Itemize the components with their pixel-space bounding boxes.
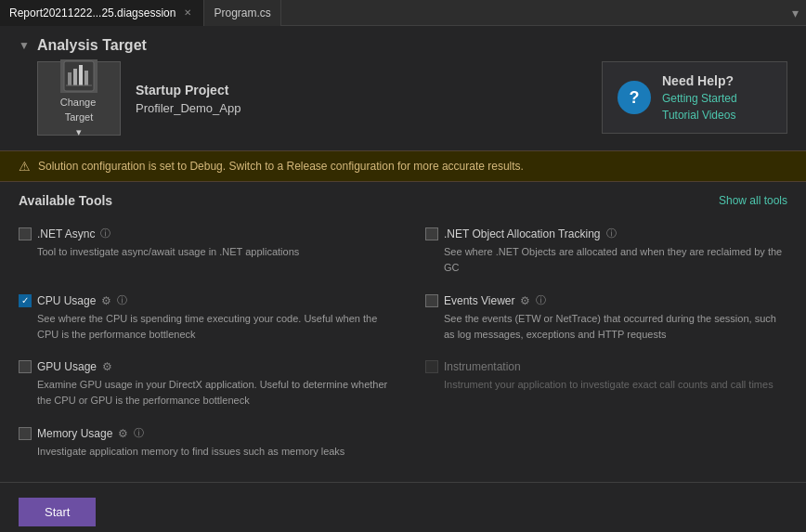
analysis-target-body: Change Target ▾ Startup Project Profiler… xyxy=(0,61,806,150)
show-all-tools-link[interactable]: Show all tools xyxy=(719,194,787,207)
svg-rect-1 xyxy=(68,72,72,85)
change-target-sublabel: Target xyxy=(65,111,94,123)
change-target-button[interactable]: Change Target ▾ xyxy=(37,61,121,136)
startup-project-box: Change Target ▾ Startup Project Profiler… xyxy=(37,61,583,136)
analysis-target-header: ▼ Analysis Target xyxy=(0,26,806,61)
tool-memory-usage-info-icon[interactable]: ⓘ xyxy=(134,426,144,440)
help-text: Need Help? Getting Started Tutorial Vide… xyxy=(662,73,737,122)
tool-dotnet-object-allocation: .NET Object Allocation Tracking ⓘ See wh… xyxy=(403,219,787,286)
tool-dotnet-object-allocation-checkbox[interactable] xyxy=(425,227,438,240)
tool-gpu-usage: GPU Usage ⚙ Examine GPU usage in your Di… xyxy=(19,353,403,419)
tools-grid: .NET Async ⓘ Tool to investigate async/a… xyxy=(19,219,787,471)
tool-dotnet-async-header: .NET Async ⓘ xyxy=(19,227,392,240)
getting-started-link[interactable]: Getting Started xyxy=(662,92,737,105)
tool-events-viewer-checkbox[interactable] xyxy=(425,294,438,307)
tool-events-viewer-header: Events Viewer ⚙ ⓘ xyxy=(425,293,787,307)
svg-rect-4 xyxy=(84,71,88,85)
tool-memory-usage-gear-icon[interactable]: ⚙ xyxy=(118,427,128,440)
tool-gpu-usage-name: GPU Usage xyxy=(37,360,97,373)
tool-events-viewer-gear-icon[interactable]: ⚙ xyxy=(520,294,530,307)
help-title: Need Help? xyxy=(662,73,737,88)
change-target-label: Change xyxy=(60,97,98,108)
start-button[interactable]: Start xyxy=(19,498,96,526)
tab-diagsession-label: Report20211222...25.diagsession xyxy=(9,6,176,19)
tool-dotnet-async-desc: Tool to investigate async/await usage in… xyxy=(19,244,392,260)
tool-instrumentation: Instrumentation Instrument your applicat… xyxy=(403,353,787,419)
tool-memory-usage-header: Memory Usage ⚙ ⓘ xyxy=(19,426,392,440)
start-area: Start xyxy=(0,482,806,533)
tool-dotnet-async-checkbox[interactable] xyxy=(19,227,32,240)
tool-dotnet-async: .NET Async ⓘ Tool to investigate async/a… xyxy=(19,219,403,286)
tool-events-viewer: Events Viewer ⚙ ⓘ See the events (ETW or… xyxy=(403,286,787,353)
tools-header: Available Tools Show all tools xyxy=(19,193,787,208)
change-target-dropdown-icon: ▾ xyxy=(76,126,82,138)
tab-bar: Report20211222...25.diagsession ✕ Progra… xyxy=(0,0,806,26)
startup-project-title: Startup Project xyxy=(136,83,240,97)
tool-dotnet-object-allocation-header: .NET Object Allocation Tracking ⓘ xyxy=(425,227,787,240)
tool-dotnet-object-allocation-name: .NET Object Allocation Tracking xyxy=(444,227,601,240)
tab-program-cs[interactable]: Program.cs xyxy=(204,0,280,26)
tool-events-viewer-name: Events Viewer xyxy=(444,294,514,307)
tab-diagsession[interactable]: Report20211222...25.diagsession ✕ xyxy=(0,0,204,26)
tab-chevron-icon[interactable]: ▾ xyxy=(788,4,802,22)
warning-icon: ⚠ xyxy=(19,159,31,174)
change-target-icon xyxy=(60,59,98,93)
tool-gpu-usage-checkbox[interactable] xyxy=(19,360,32,373)
tool-instrumentation-desc: Instrument your application to investiga… xyxy=(425,377,787,393)
startup-project-info: Startup Project Profiler_Demo_App xyxy=(136,83,240,115)
tool-memory-usage-desc: Investigate application memory to find i… xyxy=(19,444,392,460)
tool-memory-usage-name: Memory Usage xyxy=(37,427,112,440)
tab-diagsession-close[interactable]: ✕ xyxy=(181,6,194,19)
tool-cpu-usage-header: CPU Usage ⚙ ⓘ xyxy=(19,293,392,307)
startup-project-name: Profiler_Demo_App xyxy=(136,101,240,115)
profiler-icon xyxy=(62,59,96,93)
tool-dotnet-object-allocation-info-icon[interactable]: ⓘ xyxy=(606,227,617,240)
tutorial-videos-link[interactable]: Tutorial Videos xyxy=(662,109,737,122)
tool-cpu-usage-checkbox[interactable] xyxy=(19,294,32,307)
tool-cpu-usage-name: CPU Usage xyxy=(37,294,96,307)
tool-placeholder xyxy=(403,419,787,471)
tool-cpu-usage-info-icon[interactable]: ⓘ xyxy=(117,293,127,307)
warning-text: Solution configuration is set to Debug. … xyxy=(38,160,524,173)
tool-memory-usage-checkbox[interactable] xyxy=(19,427,32,440)
help-icon: ? xyxy=(618,81,651,114)
tool-gpu-usage-gear-icon[interactable]: ⚙ xyxy=(102,360,112,373)
main-content: ▼ Analysis Target Change xyxy=(0,26,806,532)
tab-actions: ▾ xyxy=(788,4,806,22)
analysis-target-title: Analysis Target xyxy=(37,37,147,54)
tool-memory-usage: Memory Usage ⚙ ⓘ Investigate application… xyxy=(19,419,403,471)
tool-instrumentation-header: Instrumentation xyxy=(425,360,787,373)
tools-title: Available Tools xyxy=(19,193,112,208)
tools-section: Available Tools Show all tools .NET Asyn… xyxy=(0,182,806,482)
warning-bar: ⚠ Solution configuration is set to Debug… xyxy=(0,150,806,182)
tool-instrumentation-checkbox[interactable] xyxy=(425,360,438,373)
svg-rect-3 xyxy=(79,65,83,85)
svg-rect-2 xyxy=(73,69,77,85)
help-box: ? Need Help? Getting Started Tutorial Vi… xyxy=(602,61,787,134)
tool-cpu-usage: CPU Usage ⚙ ⓘ See where the CPU is spend… xyxy=(19,286,403,353)
tool-cpu-usage-gear-icon[interactable]: ⚙ xyxy=(101,294,111,307)
collapse-arrow-icon[interactable]: ▼ xyxy=(19,39,30,52)
tool-gpu-usage-desc: Examine GPU usage in your DirectX applic… xyxy=(19,377,392,408)
tool-dotnet-async-info-icon[interactable]: ⓘ xyxy=(100,227,110,240)
tool-events-viewer-desc: See the events (ETW or NetTrace) that oc… xyxy=(425,311,787,342)
tool-dotnet-object-allocation-desc: See where .NET Objects are allocated and… xyxy=(425,244,787,275)
tool-instrumentation-name: Instrumentation xyxy=(444,360,521,373)
tool-dotnet-async-name: .NET Async xyxy=(37,227,95,240)
tab-program-cs-label: Program.cs xyxy=(214,6,270,19)
tool-cpu-usage-desc: See where the CPU is spending time execu… xyxy=(19,311,392,342)
tool-events-viewer-info-icon[interactable]: ⓘ xyxy=(536,293,546,307)
tool-gpu-usage-header: GPU Usage ⚙ xyxy=(19,360,392,373)
